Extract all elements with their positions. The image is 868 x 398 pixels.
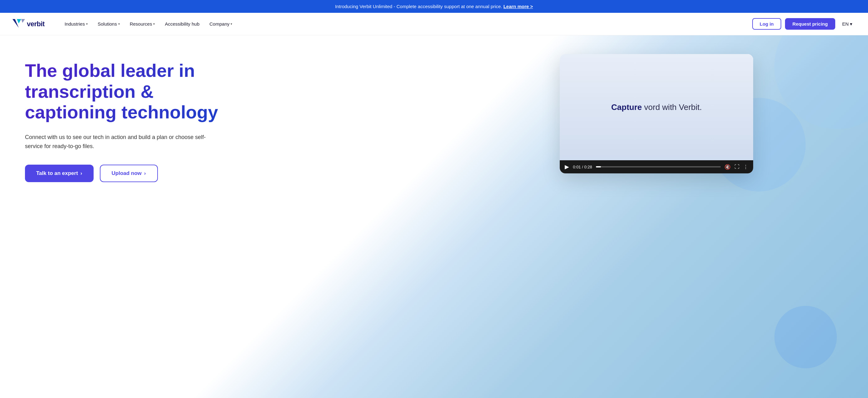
banner-link[interactable]: Learn more > [503,4,533,9]
upload-now-button[interactable]: Upload now › [100,165,158,182]
chevron-down-icon: ▾ [86,22,88,26]
arrow-icon: › [144,170,146,176]
video-right-controls: 🔇 ⛶ ⋮ [724,164,748,170]
nav-links: Industries ▾ Solutions ▾ Resources ▾ Acc… [60,19,752,29]
chevron-down-icon: ▾ [153,22,155,26]
video-card: Capture vord with Verbit. ▶ 0:01 / 0:28 … [560,54,753,173]
logo-icon [12,19,25,29]
hero-title: The global leader in transcription & cap… [25,60,218,123]
navbar: verbit Industries ▾ Solutions ▾ Resource… [0,13,868,35]
nav-industries[interactable]: Industries ▾ [60,19,92,29]
video-caption: Capture vord with Verbit. [611,103,702,112]
chevron-down-icon: ▾ [118,22,120,26]
hero-section: The global leader in transcription & cap… [0,35,868,398]
video-controls: ▶ 0:01 / 0:28 🔇 ⛶ ⋮ [560,160,753,173]
fullscreen-icon[interactable]: ⛶ [735,164,740,170]
nav-actions: Log in Request pricing EN ▾ [752,18,856,30]
video-progress-fill [596,166,601,167]
language-selector[interactable]: EN ▾ [839,19,856,29]
announcement-banner: Introducing Verbit Unlimited - Complete … [0,0,868,13]
talk-to-expert-button[interactable]: Talk to an expert › [25,165,94,182]
svg-marker-1 [17,19,21,23]
chevron-down-icon: ▾ [230,22,232,26]
svg-marker-2 [21,19,25,23]
request-pricing-button[interactable]: Request pricing [785,18,835,30]
arrow-icon: › [81,170,82,176]
banner-text: Introducing Verbit Unlimited - Complete … [335,4,502,9]
hero-left: The global leader in transcription & cap… [0,35,452,398]
login-button[interactable]: Log in [752,18,781,30]
video-progress-bar[interactable] [596,166,721,167]
hero-subtitle: Connect with us to see our tech in actio… [25,133,206,151]
more-options-icon[interactable]: ⋮ [743,164,748,170]
play-button[interactable]: ▶ [565,163,569,170]
nav-resources[interactable]: Resources ▾ [125,19,159,29]
video-time: 0:01 / 0:28 [573,165,592,169]
hero-buttons: Talk to an expert › Upload now › [25,165,433,182]
hero-right: Capture vord with Verbit. ▶ 0:01 / 0:28 … [452,35,868,398]
chevron-down-icon: ▾ [850,21,852,27]
logo[interactable]: verbit [12,19,44,29]
logo-text: verbit [27,20,44,28]
video-display: Capture vord with Verbit. [560,54,753,160]
volume-mute-icon[interactable]: 🔇 [724,164,731,170]
nav-solutions[interactable]: Solutions ▾ [93,19,124,29]
nav-company[interactable]: Company ▾ [205,19,237,29]
nav-accessibility-hub[interactable]: Accessibility hub [160,19,204,29]
